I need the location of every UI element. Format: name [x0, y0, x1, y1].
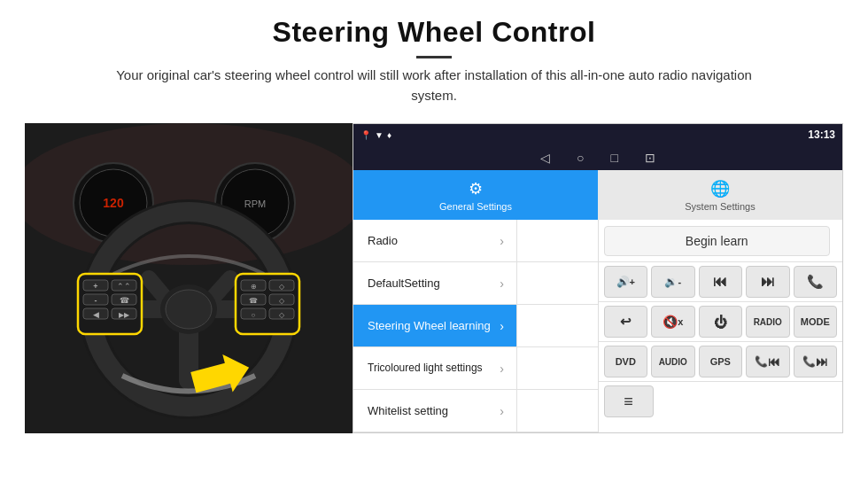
vol-up-icon: 🔊 — [616, 276, 630, 288]
globe-icon: 🌐 — [710, 179, 730, 198]
svg-text:+: + — [93, 282, 97, 291]
gps-button[interactable]: GPS — [699, 346, 743, 377]
chevron-right-icon: › — [500, 362, 504, 376]
android-ui: 📍 ▼ ♦ 13:13 ◁ ○ □ ⊡ ⚙ General Settings 🌐… — [353, 123, 843, 433]
mode-button[interactable]: MODE — [794, 306, 838, 338]
page-title: Steering Wheel Control — [18, 16, 850, 49]
svg-text:◇: ◇ — [279, 297, 285, 305]
menu-item-steering[interactable]: Steering Wheel learning › — [353, 305, 517, 346]
dvd-button[interactable]: DVD — [604, 346, 648, 377]
tel-icon: 📞 — [755, 355, 768, 368]
vol-down-icon: 🔉 — [664, 276, 678, 288]
chevron-right-icon: › — [500, 404, 504, 418]
tel-prev-button[interactable]: 📞⏮ — [746, 346, 790, 377]
status-time: 13:13 — [808, 128, 835, 141]
list-button[interactable]: ≡ — [604, 385, 654, 417]
controls-panel: Begin learn 🔊+ 🔉- ⏮ ⏭ — [598, 220, 843, 432]
mode-label: MODE — [801, 316, 830, 327]
menu-whitelist-label: Whitelist setting — [368, 404, 448, 418]
menu-radio-label: Radio — [368, 234, 398, 248]
signal-icon: ▼ — [375, 130, 384, 140]
menu-nav-icon[interactable]: ⊡ — [645, 151, 655, 165]
list-icon: ≡ — [624, 393, 633, 411]
prev-small-icon: ⏮ — [768, 354, 780, 369]
menu-item-whitelist[interactable]: Whitelist setting › — [353, 390, 517, 432]
power-button[interactable]: ⏻ — [699, 306, 743, 338]
phone-button[interactable]: 📞 — [794, 266, 838, 298]
next-small-icon: ⏭ — [816, 354, 828, 369]
tab-general-settings[interactable]: ⚙ General Settings — [353, 170, 598, 220]
home-nav-icon[interactable]: ○ — [577, 151, 584, 165]
tab-bar: ⚙ General Settings 🌐 System Settings — [353, 170, 842, 220]
power-icon: ⏻ — [714, 315, 727, 330]
hang-up-button[interactable]: ↩ — [604, 306, 648, 338]
prev-icon: ⏮ — [713, 274, 727, 290]
next-button[interactable]: ⏭ — [746, 266, 790, 298]
begin-learn-button[interactable]: Begin learn — [604, 226, 831, 256]
svg-text:⌃⌃: ⌃⌃ — [117, 282, 131, 291]
gear-icon: ⚙ — [469, 179, 483, 198]
phone-icon: 📞 — [807, 274, 824, 290]
tel-next-button[interactable]: 📞⏭ — [794, 346, 838, 377]
status-icons: 📍 ▼ ♦ — [360, 130, 391, 140]
location-icon: 📍 — [360, 130, 371, 140]
svg-text:-: - — [95, 296, 97, 305]
page-subtitle: Your original car's steering wheel contr… — [115, 66, 753, 105]
menu-row-whitelist: Whitelist setting › — [353, 390, 598, 432]
svg-text:120: 120 — [103, 196, 124, 210]
menu-tricoloured-label: Tricoloured light settings — [368, 362, 483, 374]
tab-system-settings[interactable]: 🌐 System Settings — [598, 170, 842, 220]
nav-bar: ◁ ○ □ ⊡ — [353, 145, 842, 170]
chevron-right-icon: › — [500, 234, 504, 248]
menu-list: Radio › DefaultSetting › — [353, 220, 598, 432]
title-divider — [416, 56, 452, 58]
next-icon: ⏭ — [761, 274, 775, 290]
tab-general-label: General Settings — [439, 201, 512, 212]
menu-steering-label: Steering Wheel learning — [368, 319, 491, 333]
vol-down-button[interactable]: 🔉- — [651, 266, 695, 298]
menu-row-radio: Radio › — [353, 220, 598, 262]
svg-point-11 — [166, 290, 212, 329]
menu-item-default[interactable]: DefaultSetting › — [353, 262, 517, 304]
svg-text:RPM: RPM — [244, 198, 266, 209]
audio-label: AUDIO — [659, 357, 687, 367]
menu-item-radio[interactable]: Radio › — [353, 220, 517, 261]
back-nav-icon[interactable]: ◁ — [540, 151, 550, 165]
page-header: Steering Wheel Control Your original car… — [0, 0, 868, 114]
chevron-right-icon: › — [500, 276, 504, 291]
content-area: 120 RPM — [25, 123, 843, 433]
menu-row-tricoloured: Tricoloured light settings › — [353, 347, 598, 390]
svg-text:☎: ☎ — [249, 297, 258, 305]
status-bar: 📍 ▼ ♦ 13:13 — [353, 124, 842, 145]
svg-text:◇: ◇ — [279, 283, 285, 291]
svg-text:◀: ◀ — [93, 310, 99, 319]
audio-button[interactable]: AUDIO — [651, 346, 695, 377]
tab-system-label: System Settings — [685, 201, 755, 212]
mute-icon: 🔇 — [663, 315, 678, 329]
svg-text:☎: ☎ — [120, 296, 129, 305]
prev-button[interactable]: ⏮ — [699, 266, 743, 298]
radio-label: RADIO — [754, 317, 782, 327]
menu-row-steering: Steering Wheel learning › — [353, 305, 598, 347]
svg-text:⊕: ⊕ — [251, 283, 257, 291]
svg-text:▶▶: ▶▶ — [119, 311, 130, 319]
tel-next-icon: 📞 — [802, 355, 816, 368]
radio-button[interactable]: RADIO — [746, 306, 790, 338]
recent-nav-icon[interactable]: □ — [611, 151, 618, 165]
gps-label: GPS — [710, 356, 731, 367]
menu-row-default: DefaultSetting › — [353, 262, 598, 305]
hang-up-icon: ↩ — [620, 314, 632, 330]
wifi-icon: ♦ — [387, 130, 391, 140]
svg-text:◇: ◇ — [279, 311, 285, 319]
steering-wheel-image: 120 RPM — [25, 123, 353, 433]
dvd-label: DVD — [616, 356, 636, 367]
menu-default-label: DefaultSetting — [368, 276, 440, 291]
chevron-right-icon: › — [500, 319, 504, 333]
menu-item-tricoloured[interactable]: Tricoloured light settings › — [353, 347, 517, 389]
vol-up-button[interactable]: 🔊+ — [604, 266, 648, 298]
svg-text:○: ○ — [252, 311, 256, 319]
mute-button[interactable]: 🔇x — [651, 306, 695, 338]
